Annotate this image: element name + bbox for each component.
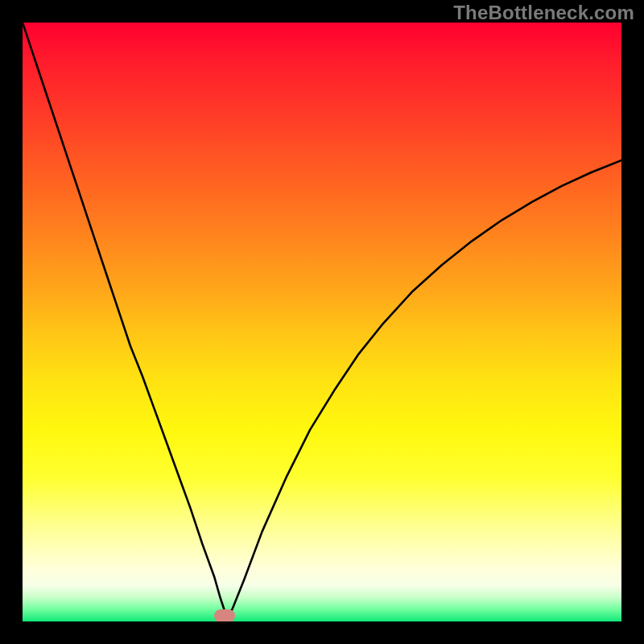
plot-area	[23, 23, 621, 621]
chart-frame: TheBottleneck.com	[0, 0, 644, 644]
minimum-marker	[214, 609, 235, 621]
bottleneck-curve	[23, 23, 621, 616]
curve-svg	[23, 23, 621, 621]
watermark-text: TheBottleneck.com	[453, 2, 634, 24]
